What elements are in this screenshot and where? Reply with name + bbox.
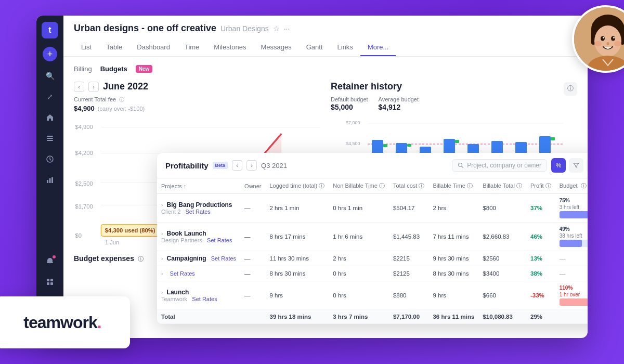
logged-time-cell: 8 hrs 30 mins [265, 266, 329, 281]
tab-milestones[interactable]: Milestones [206, 39, 253, 56]
budget-bar-cell: 49% 38 hrs left [555, 223, 588, 251]
tab-gantt[interactable]: Gantt [299, 39, 330, 56]
svg-text:$1,700: $1,700 [75, 203, 93, 210]
svg-rect-2 [47, 140, 53, 141]
star-icon[interactable]: ☆ [273, 24, 280, 33]
next-month-btn[interactable]: › [88, 82, 99, 92]
tab-links[interactable]: Links [330, 39, 360, 56]
non-billable-cell: 0 hrs [329, 281, 389, 310]
prof-next-btn[interactable]: › [246, 160, 257, 171]
total-profit-cell: 29% [526, 310, 555, 324]
prof-prev-btn[interactable]: ‹ [232, 160, 242, 171]
filter-btn[interactable] [569, 158, 583, 173]
info-icon-2: ⓘ [567, 84, 574, 93]
sub-nav: Billing Budgets New [74, 65, 577, 73]
total-budget-cell [555, 310, 588, 324]
app-window: t + 🔍 ⤢ [36, 16, 588, 338]
profit-cell: 13% [526, 251, 555, 266]
col-logged-time: Logged time (total) ⓘ [265, 178, 329, 194]
tab-dashboard[interactable]: Dashboard [129, 39, 177, 56]
logged-time-cell: 9 hrs [265, 281, 329, 310]
set-rates-link[interactable]: Set Rates [170, 270, 195, 277]
sidebar-icon-home[interactable] [42, 109, 58, 126]
budget-bar-cell: — [555, 251, 588, 266]
profit-cell: 37% [526, 194, 555, 223]
add-button[interactable]: + [43, 47, 57, 61]
table-row: › Campaigning Set Rates — 11 hrs 30 mins… [157, 251, 588, 266]
set-rates-link[interactable]: Set Rates [211, 255, 236, 262]
budget-expenses-title: Budget expenses ⓘ [74, 254, 144, 263]
sidebar-icon-list[interactable] [42, 130, 58, 147]
project-title: Urban designs - one off creative [74, 23, 216, 34]
retainer-info-btn[interactable]: ⓘ [564, 82, 577, 96]
svg-point-69 [601, 36, 605, 41]
svg-point-75 [594, 41, 602, 46]
col-total-cost: Total cost ⓘ [389, 178, 429, 194]
project-subtitle: Urban Designs [220, 24, 269, 33]
table-row: › Set Rates — 8 hrs 30 mins 0 hrs $2125 … [157, 266, 588, 281]
subtab-budgets[interactable]: Budgets [100, 65, 127, 73]
col-budget: Budget ⓘ [555, 178, 588, 194]
percentage-toggle-btn[interactable]: % [551, 158, 566, 173]
sidebar-icon-bell-wrap [42, 253, 58, 269]
expand-icon[interactable]: › [161, 231, 163, 237]
svg-rect-7 [47, 279, 49, 281]
tab-messages[interactable]: Messages [253, 39, 298, 56]
svg-text:$4,300 used (80%): $4,300 used (80%) [105, 227, 155, 233]
info-icon[interactable]: ⓘ [119, 97, 124, 102]
svg-rect-9 [47, 282, 49, 285]
expand-icon[interactable]: › [161, 290, 163, 295]
table-row: › Launch Teamwork Set Rates — 9 hrs 0 hr… [157, 281, 588, 310]
billable-time-cell: 2 hrs [428, 194, 478, 223]
sidebar-logo[interactable]: t [42, 22, 58, 38]
sidebar-icon-chart[interactable] [42, 172, 58, 188]
prof-header-icons: % [551, 158, 588, 173]
sidebar-icon-arrow[interactable]: ⤢ [42, 88, 58, 105]
budget-info-col-icon[interactable]: ⓘ [581, 183, 587, 189]
avg-budget-value: $4,912 [379, 103, 401, 111]
sidebar-icon-clock[interactable] [42, 151, 58, 167]
expand-icon[interactable]: › [161, 202, 163, 208]
set-rates-link[interactable]: Set Rates [207, 237, 232, 243]
sidebar-icon-bell[interactable] [42, 253, 58, 269]
owner-cell: — [240, 194, 265, 223]
svg-rect-45 [407, 144, 411, 147]
total-cost-cell: $1,445.83 [389, 223, 429, 251]
prof-search[interactable]: Project, company or owner [452, 159, 547, 172]
svg-point-71 [603, 37, 604, 38]
set-rates-link[interactable]: Set Rates [192, 296, 217, 302]
tab-time[interactable]: Time [177, 39, 206, 56]
date-nav: ‹ › June 2022 [74, 81, 320, 92]
tab-more[interactable]: More... [360, 39, 396, 56]
sidebar-icon-grid[interactable] [42, 274, 58, 290]
prev-month-btn[interactable]: ‹ [74, 82, 84, 92]
billable-time-cell: 9 hrs [428, 281, 478, 310]
total-cost-cell: $504.17 [389, 194, 429, 223]
profitability-table: Projects ↑ Owner Logged time (total) ⓘ N… [157, 178, 588, 324]
total-billable-time-cell: 36 hrs 11 mins [428, 310, 478, 324]
content-area: Billing Budgets New ‹ › June 2022 Curren… [63, 57, 588, 338]
subtab-billing[interactable]: Billing [74, 65, 92, 73]
non-billable-cell: 2 hrs [329, 251, 389, 266]
tab-table[interactable]: Table [99, 39, 129, 56]
owner-cell: — [240, 281, 265, 310]
export-btn[interactable] [587, 158, 588, 173]
set-rates-link[interactable]: Set Rates [186, 209, 211, 215]
expand-icon[interactable]: › [161, 256, 163, 262]
tab-list[interactable]: List [74, 39, 99, 56]
budget-info-icon[interactable]: ⓘ [138, 256, 144, 262]
svg-text:$0: $0 [75, 232, 81, 239]
budget-bar-fill-over [560, 298, 588, 306]
expand-icon[interactable]: › [161, 271, 163, 277]
ellipsis-icon[interactable]: ··· [284, 24, 290, 33]
proj-name-cell: › Launch Teamwork Set Rates [157, 281, 240, 310]
beta-badge: Beta [213, 162, 228, 169]
svg-rect-42 [383, 144, 387, 147]
sidebar-icon-search[interactable]: 🔍 [42, 68, 58, 84]
svg-rect-60 [539, 136, 551, 154]
logged-time-cell: 2 hrs 1 min [265, 194, 329, 223]
non-billable-cell: 0 hrs [329, 266, 389, 281]
avatar-photo [574, 7, 624, 71]
person-illustration [574, 7, 624, 71]
total-cost-cell: $2125 [389, 266, 429, 281]
